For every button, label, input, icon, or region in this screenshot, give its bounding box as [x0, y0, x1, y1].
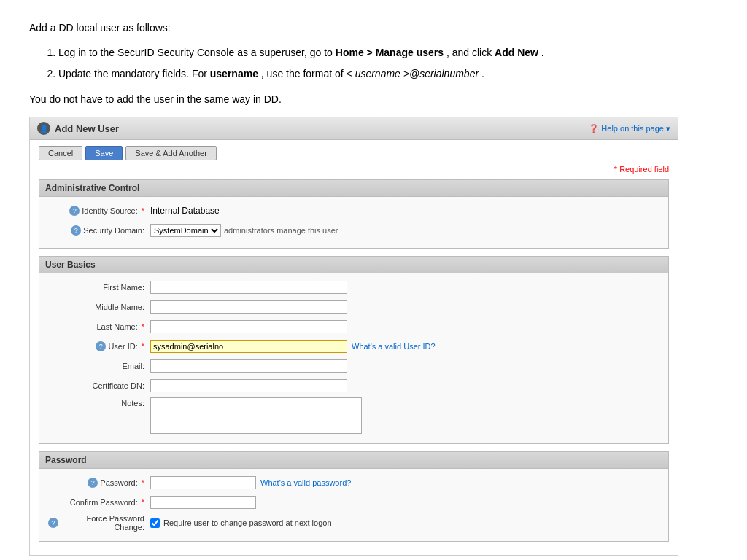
admin-control-header: Administrative Control: [39, 179, 669, 197]
identity-source-row: ? Identity Source: * Internal Database: [48, 203, 659, 219]
email-input[interactable]: [150, 359, 347, 373]
user-basics-body: First Name: Middle Name: Last Name: *: [39, 273, 669, 444]
email-row: Email:: [48, 358, 659, 374]
cert-dn-input[interactable]: [150, 379, 347, 392]
middle-name-label: Middle Name:: [48, 303, 150, 311]
title-bar-left: 👤 Add New User: [37, 122, 119, 135]
admin-control-body: ? Identity Source: * Internal Database ?…: [39, 197, 669, 249]
identity-source-value: Internal Database: [150, 206, 220, 216]
required-text: Required field: [619, 165, 669, 174]
save-button[interactable]: Save: [85, 146, 123, 160]
user-id-help-icon[interactable]: ?: [96, 341, 106, 351]
screenshot-container: 👤 Add New User ❓ Help on this page ▾ Can…: [29, 117, 678, 556]
step-2: Update the mandatory fields. For usernam…: [58, 66, 718, 82]
password-row: ? Password: * What's a valid password?: [48, 475, 659, 491]
password-label: ? Password: *: [48, 478, 150, 488]
security-domain-select[interactable]: SystemDomain: [150, 224, 221, 237]
first-name-label: First Name:: [48, 283, 150, 292]
security-domain-row: ? Security Domain: SystemDomain administ…: [48, 222, 659, 238]
force-password-checkbox-label: Require user to change password at next …: [163, 518, 332, 527]
middle-name-input[interactable]: [150, 300, 347, 314]
notes-textarea[interactable]: [150, 397, 362, 434]
valid-user-id-link[interactable]: What's a valid User ID?: [352, 342, 436, 351]
save-add-button[interactable]: Save & Add Another: [125, 146, 216, 160]
window-title: Add New User: [55, 123, 119, 134]
cert-dn-row: Certificate DN:: [48, 378, 659, 394]
confirm-password-input[interactable]: [150, 496, 256, 509]
email-label: Email:: [48, 362, 150, 370]
middle-name-row: Middle Name:: [48, 299, 659, 315]
identity-source-required: *: [142, 206, 144, 215]
user-basics-header: User Basics: [39, 256, 669, 273]
cert-dn-label: Certificate DN:: [48, 381, 150, 390]
password-body: ? Password: * What's a valid password? C…: [39, 469, 669, 542]
password-header: Password: [39, 451, 669, 469]
force-password-checkbox-row: Require user to change password at next …: [150, 518, 332, 528]
note-text: You do not have to add the user in the s…: [29, 93, 718, 105]
user-id-label: ? User ID: *: [48, 341, 150, 351]
user-id-input[interactable]: [150, 340, 347, 353]
help-link[interactable]: ❓ Help on this page ▾: [589, 124, 670, 133]
required-notice: * Required field: [39, 165, 669, 174]
force-password-row: ? Force Password Change: Require user to…: [48, 514, 659, 532]
notes-row: Notes:: [48, 397, 659, 434]
security-domain-help-icon[interactable]: ?: [71, 225, 81, 236]
last-name-required: *: [142, 322, 144, 331]
password-help-icon[interactable]: ?: [88, 478, 98, 488]
user-icon: 👤: [37, 122, 50, 135]
form-area: Cancel Save Save & Add Another * Require…: [30, 140, 678, 555]
confirm-password-row: Confirm Password: *: [48, 494, 659, 510]
last-name-label: Last Name: *: [48, 322, 150, 331]
identity-source-help-icon[interactable]: ?: [69, 206, 80, 216]
password-input[interactable]: [150, 476, 256, 489]
cancel-button[interactable]: Cancel: [39, 146, 82, 160]
notes-label: Notes:: [48, 397, 150, 408]
identity-source-label: ? Identity Source: *: [48, 206, 150, 216]
admin-text: administrators manage this user: [224, 226, 338, 235]
last-name-row: Last Name: *: [48, 319, 659, 335]
intro-text: Add a DD local user as follows:: [29, 22, 718, 34]
step2-code: < username >@serialnumber: [347, 68, 479, 79]
user-id-row: ? User ID: * What's a valid User ID?: [48, 338, 659, 354]
force-password-label: ? Force Password Change:: [48, 514, 150, 532]
confirm-password-label: Confirm Password: *: [48, 498, 150, 507]
action-buttons: Cancel Save Save & Add Another: [39, 146, 669, 160]
security-domain-label: ? Security Domain:: [48, 225, 150, 236]
step-1: Log in to the SecurID Security Console a…: [58, 45, 718, 61]
confirm-password-required: *: [142, 498, 144, 507]
force-password-help-icon[interactable]: ?: [48, 518, 58, 528]
required-star: *: [614, 165, 617, 174]
help-link-text: Help on this page ▾: [601, 124, 670, 133]
first-name-input[interactable]: [150, 281, 347, 294]
step1-bold1: Home > Manage users: [336, 47, 444, 58]
title-bar: 👤 Add New User ❓ Help on this page ▾: [30, 117, 678, 140]
step1-bold2: Add New: [495, 47, 538, 58]
valid-password-link[interactable]: What's a valid password?: [260, 478, 351, 487]
first-name-row: First Name:: [48, 279, 659, 295]
help-circle-icon: ❓: [589, 124, 599, 133]
step2-bold: username: [210, 68, 258, 79]
user-id-required: *: [142, 342, 144, 351]
steps-list: Log in to the SecurID Security Console a…: [58, 45, 718, 82]
force-password-checkbox[interactable]: [150, 518, 160, 528]
password-required: *: [142, 478, 144, 487]
last-name-input[interactable]: [150, 320, 347, 333]
